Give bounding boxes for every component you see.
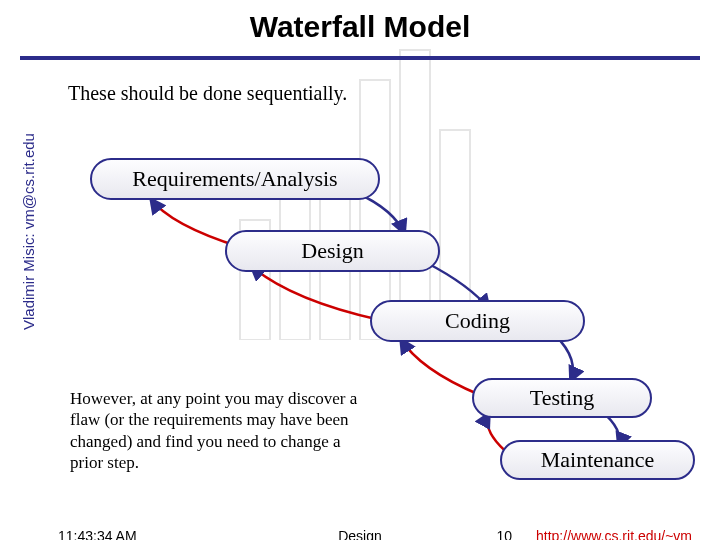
footer-time: 11:43:34 AM: [58, 528, 137, 540]
slide-title: Waterfall Model: [0, 0, 720, 56]
stage-requirements: Requirements/Analysis: [90, 158, 380, 200]
footer-url: http://www.cs.rit.edu/~vm: [536, 528, 692, 540]
stage-maintenance: Maintenance: [500, 440, 695, 480]
feedback-note: However, at any point you may discover a…: [70, 388, 375, 473]
title-divider: [20, 56, 700, 60]
stage-design: Design: [225, 230, 440, 272]
intro-text: These should be done sequentially.: [68, 82, 720, 105]
stage-testing: Testing: [472, 378, 652, 418]
footer-page-number: 10: [496, 528, 512, 540]
author-sidebar: Vladimir Misic: vm@cs.rit.edu: [20, 133, 37, 330]
stage-coding: Coding: [370, 300, 585, 342]
footer-center-label: Design: [338, 528, 382, 540]
